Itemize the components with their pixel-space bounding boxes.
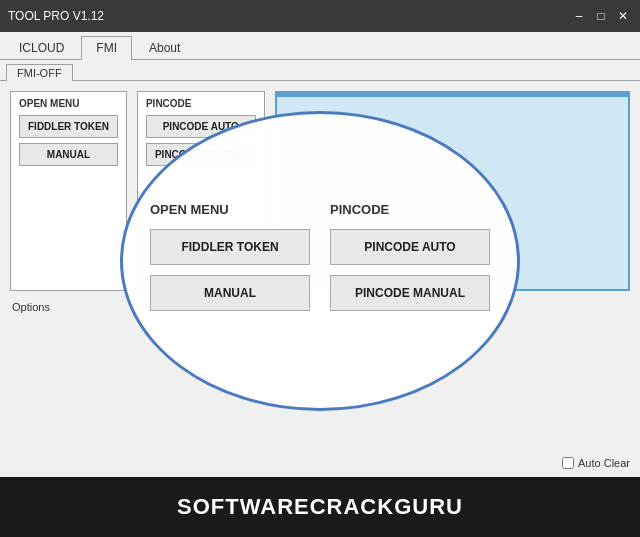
maximize-button[interactable]: □ (592, 7, 610, 25)
tab-fmi[interactable]: FMI (81, 36, 132, 60)
auto-clear-area: Auto Clear (562, 457, 630, 469)
bubble-open-menu-group: OPEN MENU FIDDLER TOKEN MANUAL (150, 202, 310, 321)
bubble-content: OPEN MENU FIDDLER TOKEN MANUAL PINCODE P… (120, 172, 520, 351)
tab-bar: ICLOUD FMI About (0, 32, 640, 60)
banner-text: SOFTWARECRACKGURU (177, 494, 463, 520)
tab-about[interactable]: About (134, 36, 195, 59)
open-menu-title: OPEN MENU (19, 98, 118, 109)
bubble-pincode-group: PINCODE PINCODE AUTO PINCODE MANUAL (330, 202, 490, 321)
auto-clear-label: Auto Clear (578, 457, 630, 469)
sub-tab-bar: FMI-OFF (0, 60, 640, 81)
content-area: OPEN MENU FIDDLER TOKEN MANUAL PINCODE P… (0, 81, 640, 477)
sub-tab-fmi-off[interactable]: FMI-OFF (6, 64, 73, 81)
bubble-pincode-manual-button[interactable]: PINCODE MANUAL (330, 275, 490, 311)
bottom-banner: SOFTWARECRACKGURU (0, 477, 640, 537)
app-title: TOOL PRO V1.12 (8, 9, 104, 23)
bubble-pincode-title: PINCODE (330, 202, 490, 217)
manual-button[interactable]: MANUAL (19, 143, 118, 166)
open-menu-group: OPEN MENU FIDDLER TOKEN MANUAL (10, 91, 127, 291)
bubble-fiddler-token-button[interactable]: FIDDLER TOKEN (150, 229, 310, 265)
fiddler-token-button[interactable]: FIDDLER TOKEN (19, 115, 118, 138)
main-window: ICLOUD FMI About FMI-OFF OPEN MENU FIDDL… (0, 32, 640, 477)
pincode-title: PINCODE (146, 98, 256, 109)
bubble-manual-button[interactable]: MANUAL (150, 275, 310, 311)
title-bar: TOOL PRO V1.12 – □ ✕ (0, 0, 640, 32)
tab-icloud[interactable]: ICLOUD (4, 36, 79, 59)
minimize-button[interactable]: – (570, 7, 588, 25)
window-controls: – □ ✕ (570, 7, 632, 25)
bubble-pincode-auto-button[interactable]: PINCODE AUTO (330, 229, 490, 265)
magnified-bubble: OPEN MENU FIDDLER TOKEN MANUAL PINCODE P… (120, 111, 520, 411)
bubble-open-menu-title: OPEN MENU (150, 202, 310, 217)
close-button[interactable]: ✕ (614, 7, 632, 25)
panel-accent (277, 93, 628, 97)
auto-clear-checkbox[interactable] (562, 457, 574, 469)
